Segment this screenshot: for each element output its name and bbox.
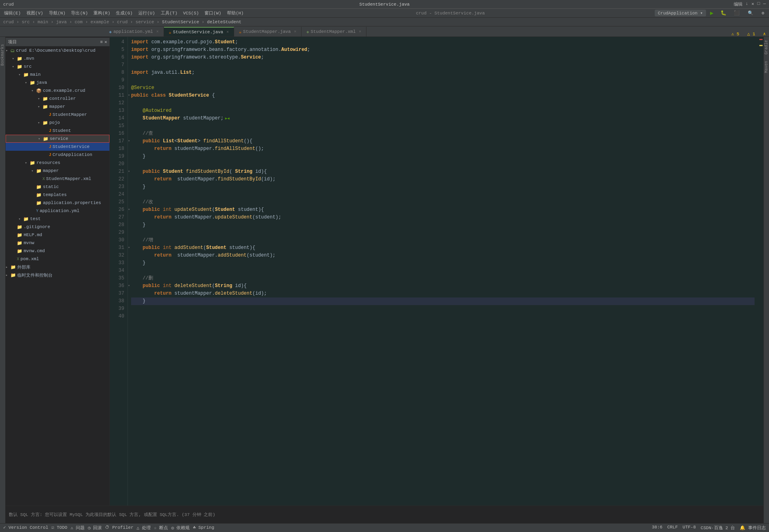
java-icon: J <box>49 129 51 133</box>
line-number: 40 <box>110 313 124 320</box>
sidebar-tree-item[interactable]: ▾📁controller <box>6 95 109 103</box>
tab-student-service[interactable]: ☕ StudentService.java × <box>164 27 234 36</box>
sidebar-tree-item[interactable]: ▾📁mapper <box>6 167 109 175</box>
process-status[interactable]: △ 处理 <box>137 525 151 531</box>
profiler-status[interactable]: ⏱ Profiler <box>105 525 133 531</box>
minimize-btn[interactable]: — <box>763 1 766 7</box>
sidebar-tree-item[interactable]: ▾📁src <box>6 63 109 71</box>
check-btn[interactable]: ✕ <box>751 1 754 7</box>
sidebar-tree-item[interactable]: 📁application.properties <box>6 199 109 207</box>
fold-icon[interactable]: ▾ <box>128 92 130 99</box>
warning-count: ⚠ 5 △ 1 ∧ <box>731 31 769 36</box>
sidebar-tree-item[interactable]: ▾📁.mvn <box>6 55 109 63</box>
debug-btn[interactable]: 🐛 <box>718 9 729 17</box>
sidebar-tree-item[interactable]: ▾📁service <box>6 135 109 143</box>
breakpoints-status[interactable]: ☆ 断点 <box>154 525 168 531</box>
title-bar: crud StudentService.java 编辑 ↓ ✕ □ — <box>0 0 769 9</box>
sidebar-tree-item[interactable]: ▾📦com.example.crud <box>6 87 109 95</box>
bookmarks-panel[interactable]: Bookmarks <box>0 42 6 68</box>
sidebar-tree-item[interactable]: 📁mvnw <box>6 239 109 247</box>
sidebar-tree-item[interactable]: ▾📁main <box>6 71 109 79</box>
tab-close-service[interactable]: × <box>227 30 229 34</box>
menu-item-window[interactable]: 窗口(W) <box>202 9 224 17</box>
sidebar-tree-item[interactable]: 📁HELP.md <box>6 231 109 239</box>
sidebar-tree-item[interactable]: ▾📁pojo <box>6 119 109 127</box>
tree-item-label: CrudApplication <box>53 152 108 157</box>
sidebar-close-icon[interactable]: ✕ <box>104 39 107 45</box>
todo-status[interactable]: ☑ TODO <box>51 525 67 531</box>
maximize-btn[interactable]: □ <box>757 1 760 7</box>
menu-item-vcs[interactable]: VCS(S) <box>181 10 202 16</box>
sidebar-tree-item[interactable]: ▾📁java <box>6 79 109 87</box>
editor-area[interactable]: 4567891011121314151617181920212223242526… <box>110 37 763 506</box>
run-btn[interactable]: ▶ <box>708 9 716 17</box>
sidebar-tree-item[interactable]: Xpom.xml <box>6 255 109 263</box>
search-everywhere-btn[interactable]: 🔍 <box>745 10 756 16</box>
deps-status[interactable]: ◎ 依赖规 <box>171 525 190 531</box>
sidebar-tree-item[interactable]: ▾🗂crud E:\Documents\Desktop\crud <box>6 47 109 55</box>
code-token: return <box>154 146 172 152</box>
code-line <box>131 61 755 69</box>
fold-icon[interactable]: ▾ <box>128 168 130 176</box>
edit-btn[interactable]: 编辑 <box>734 1 743 7</box>
fold-icon[interactable]: ▾ <box>128 206 130 214</box>
sidebar-tree-item[interactable]: JStudentMapper <box>6 111 109 119</box>
menu-item-edit[interactable]: 编辑(E) <box>2 9 23 17</box>
sidebar-tree-item[interactable]: 📁templates <box>6 191 109 199</box>
menu-item-run[interactable]: 运行(U) <box>136 9 158 17</box>
sidebar-tree-item[interactable]: JCrudApplication <box>6 151 109 159</box>
line-number: 12 <box>110 99 124 107</box>
event-log[interactable]: 🔔 事件日志 <box>740 525 766 531</box>
settings-btn[interactable]: ⚙ <box>759 10 767 16</box>
tab-student-mapper[interactable]: ☕ StudentMapper.java × <box>234 27 302 36</box>
sidebar-tree-item[interactable]: ▾📁mapper <box>6 103 109 111</box>
code-content[interactable]: import com.example.crud.pojo.Student;imp… <box>128 37 758 506</box>
menu-item-tools[interactable]: 工具(T) <box>158 9 180 17</box>
menu-item-help[interactable]: 帮助(H) <box>225 9 246 17</box>
tree-arrow: ▾ <box>38 121 42 125</box>
sidebar-gear-icon[interactable]: ≡ <box>100 40 103 45</box>
fold-icon[interactable]: ▾ <box>128 282 130 290</box>
menu-item-export[interactable]: 导出(N) <box>69 9 90 17</box>
sidebar-tree-item[interactable]: 📁.gitignore <box>6 223 109 231</box>
problems-status[interactable]: ⚠ 问题 <box>71 525 85 531</box>
line-number: 16 <box>110 130 124 138</box>
spring-status[interactable]: ☘ Spring <box>193 525 214 531</box>
structure-panel[interactable]: 结构 <box>0 37 6 42</box>
folder-icon: 📁 <box>30 80 35 85</box>
sidebar-tree-item[interactable]: XStudentMapper.xml <box>6 175 109 183</box>
editor-with-sidebar: 项目 ≡ ✕ ▾🗂crud E:\Documents\Desktop\crud▾… <box>6 37 763 523</box>
tab-application-yml[interactable]: ◈ application.yml × <box>104 27 164 36</box>
fold-icon[interactable]: ▾ <box>128 138 130 145</box>
stop-btn[interactable]: ⬛ <box>731 9 742 17</box>
sidebar-tree-item[interactable]: 📁static <box>6 183 109 191</box>
sidebar-tree-item[interactable]: ▸📁外部库 <box>6 263 109 271</box>
sidebar-tree-item[interactable]: Yapplication.yml <box>6 207 109 215</box>
history-status[interactable]: ◷ 回滚 <box>88 525 102 531</box>
menu-item-view[interactable]: 视图(V) <box>24 9 46 17</box>
menu-item-nav[interactable]: 导航(N) <box>47 9 68 17</box>
folder-icon: 📦 <box>36 88 42 93</box>
tab-student-mapper-xml[interactable]: ◈ StudentMapper.xml × <box>302 27 366 36</box>
sidebar-tree-item[interactable]: 📁mvnw.cmd <box>6 247 109 255</box>
code-line: } <box>131 183 755 191</box>
menu-item-generate[interactable]: 生成(G) <box>113 9 135 17</box>
sidebar-tree-item[interactable]: JStudentService <box>6 143 109 151</box>
sidebar-tree-item[interactable]: ▾📁resources <box>6 159 109 167</box>
sidebar-tree-item[interactable]: JStudent <box>6 127 109 135</box>
tab-close-xml[interactable]: × <box>359 30 361 34</box>
tree-arrow: ▾ <box>31 169 36 173</box>
maven-panel[interactable]: Maven <box>763 58 769 76</box>
line-number: 26 <box>110 206 124 214</box>
menu-item-refactor[interactable]: 重构(R) <box>91 9 113 17</box>
tab-close-mapper[interactable]: × <box>294 30 296 34</box>
fold-icon[interactable]: ▾ <box>128 244 130 252</box>
sidebar-tree-item[interactable]: ▸📁临时文件和控制台 <box>6 271 109 279</box>
gutter-run-icon[interactable]: ▶◀ <box>225 117 229 121</box>
tab-close-yml[interactable]: × <box>156 30 159 34</box>
sidebar-tree-item[interactable]: ▾📁test <box>6 215 109 223</box>
gradle-panel[interactable]: Gradle <box>763 37 769 58</box>
download-btn[interactable]: ↓ <box>746 1 749 7</box>
vcs-status[interactable]: ✓ Version Control <box>3 525 48 531</box>
crud-app-btn[interactable]: CrudApplication ▾ <box>655 10 706 16</box>
